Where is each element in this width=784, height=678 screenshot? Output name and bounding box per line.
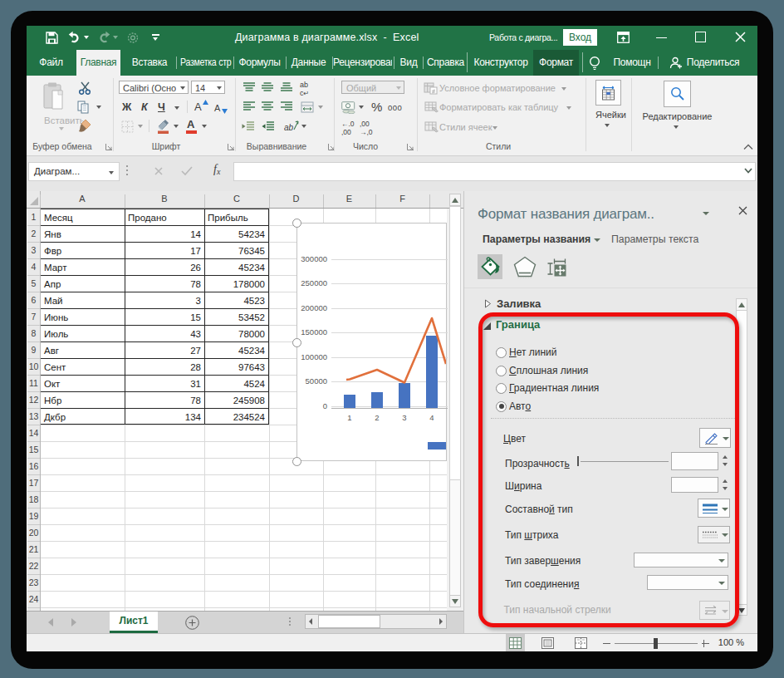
svg-text:ab: ab <box>284 123 294 132</box>
